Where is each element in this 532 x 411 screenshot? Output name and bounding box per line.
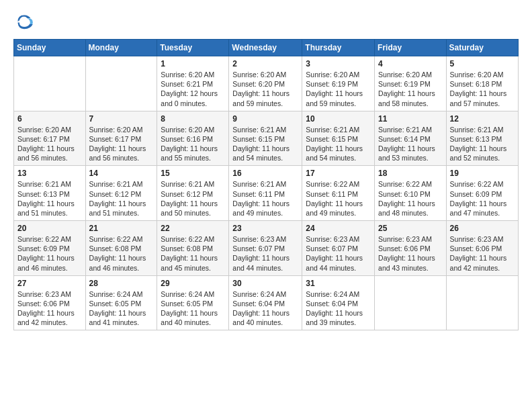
day-number: 4: [378, 59, 443, 68]
day-info: Sunrise: 6:23 AMSunset: 6:07 PMDaylight:…: [232, 234, 298, 273]
logo-icon: [13, 11, 35, 32]
logo: [13, 11, 38, 32]
day-number: 12: [450, 114, 515, 124]
column-header-tuesday: Tuesday: [157, 40, 229, 56]
day-number: 20: [17, 224, 82, 233]
day-info: Sunrise: 6:21 AMSunset: 6:12 PMDaylight:…: [161, 179, 225, 218]
day-number: 28: [89, 279, 154, 288]
day-number: 11: [378, 114, 443, 124]
day-info: Sunrise: 6:21 AMSunset: 6:15 PMDaylight:…: [306, 125, 371, 163]
day-info: Sunrise: 6:21 AMSunset: 6:14 PMDaylight:…: [378, 125, 443, 163]
column-header-thursday: Thursday: [302, 40, 375, 56]
calendar-cell: 22Sunrise: 6:22 AMSunset: 6:08 PMDayligh…: [157, 221, 229, 276]
day-number: 6: [17, 114, 82, 124]
day-number: 1: [161, 59, 225, 68]
calendar-cell: 7Sunrise: 6:20 AMSunset: 6:17 PMDaylight…: [85, 111, 157, 166]
day-number: 2: [232, 59, 298, 68]
calendar-header: SundayMondayTuesdayWednesdayThursdayFrid…: [14, 40, 519, 56]
day-info: Sunrise: 6:21 AMSunset: 6:12 PMDaylight:…: [89, 179, 154, 218]
day-info: Sunrise: 6:22 AMSunset: 6:09 PMDaylight:…: [17, 234, 82, 273]
calendar-body: 1Sunrise: 6:20 AMSunset: 6:21 PMDaylight…: [14, 56, 519, 330]
calendar-cell: 10Sunrise: 6:21 AMSunset: 6:15 PMDayligh…: [302, 111, 375, 166]
calendar-cell: 13Sunrise: 6:21 AMSunset: 6:13 PMDayligh…: [14, 166, 86, 221]
calendar-cell: 1Sunrise: 6:20 AMSunset: 6:21 PMDaylight…: [157, 56, 229, 111]
day-number: 25: [378, 224, 443, 233]
week-row-4: 20Sunrise: 6:22 AMSunset: 6:09 PMDayligh…: [14, 221, 519, 276]
day-info: Sunrise: 6:22 AMSunset: 6:08 PMDaylight:…: [89, 234, 154, 273]
header-row: SundayMondayTuesdayWednesdayThursdayFrid…: [14, 40, 519, 56]
day-number: 7: [89, 114, 154, 124]
calendar-cell: [14, 56, 86, 111]
calendar-cell: 27Sunrise: 6:23 AMSunset: 6:06 PMDayligh…: [14, 275, 86, 330]
day-info: Sunrise: 6:23 AMSunset: 6:06 PMDaylight:…: [17, 289, 82, 328]
day-number: 14: [89, 169, 154, 178]
day-info: Sunrise: 6:24 AMSunset: 6:04 PMDaylight:…: [232, 289, 298, 328]
calendar-cell: 5Sunrise: 6:20 AMSunset: 6:18 PMDaylight…: [446, 56, 518, 111]
day-number: 31: [306, 279, 371, 288]
calendar-cell: 24Sunrise: 6:23 AMSunset: 6:07 PMDayligh…: [302, 221, 375, 276]
day-info: Sunrise: 6:23 AMSunset: 6:06 PMDaylight:…: [450, 234, 515, 273]
calendar-cell: 6Sunrise: 6:20 AMSunset: 6:17 PMDaylight…: [14, 111, 86, 166]
day-info: Sunrise: 6:20 AMSunset: 6:18 PMDaylight:…: [450, 70, 515, 108]
day-info: Sunrise: 6:20 AMSunset: 6:16 PMDaylight:…: [161, 125, 225, 163]
day-number: 13: [17, 169, 82, 178]
day-info: Sunrise: 6:24 AMSunset: 6:05 PMDaylight:…: [161, 289, 225, 328]
day-number: 8: [161, 114, 225, 124]
day-number: 10: [306, 114, 371, 124]
calendar-table: SundayMondayTuesdayWednesdayThursdayFrid…: [13, 39, 519, 330]
day-info: Sunrise: 6:21 AMSunset: 6:13 PMDaylight:…: [450, 125, 515, 163]
calendar-cell: 21Sunrise: 6:22 AMSunset: 6:08 PMDayligh…: [85, 221, 157, 276]
calendar-cell: 3Sunrise: 6:20 AMSunset: 6:19 PMDaylight…: [302, 56, 375, 111]
day-info: Sunrise: 6:20 AMSunset: 6:17 PMDaylight:…: [89, 125, 154, 163]
column-header-saturday: Saturday: [446, 40, 518, 56]
day-number: 17: [306, 169, 371, 178]
calendar-cell: 12Sunrise: 6:21 AMSunset: 6:13 PMDayligh…: [446, 111, 518, 166]
day-info: Sunrise: 6:23 AMSunset: 6:07 PMDaylight:…: [306, 234, 371, 273]
calendar-cell: 14Sunrise: 6:21 AMSunset: 6:12 PMDayligh…: [85, 166, 157, 221]
day-number: 16: [232, 169, 298, 178]
week-row-3: 13Sunrise: 6:21 AMSunset: 6:13 PMDayligh…: [14, 166, 519, 221]
calendar-cell: 26Sunrise: 6:23 AMSunset: 6:06 PMDayligh…: [446, 221, 518, 276]
day-number: 18: [378, 169, 443, 178]
calendar-cell: 31Sunrise: 6:24 AMSunset: 6:04 PMDayligh…: [302, 275, 375, 330]
day-number: 15: [161, 169, 225, 178]
day-number: 29: [161, 279, 225, 288]
calendar-cell: 23Sunrise: 6:23 AMSunset: 6:07 PMDayligh…: [229, 221, 302, 276]
day-number: 26: [450, 224, 515, 233]
day-info: Sunrise: 6:20 AMSunset: 6:21 PMDaylight:…: [161, 70, 225, 108]
calendar-cell: 16Sunrise: 6:21 AMSunset: 6:11 PMDayligh…: [229, 166, 302, 221]
week-row-1: 1Sunrise: 6:20 AMSunset: 6:21 PMDaylight…: [14, 56, 519, 111]
day-info: Sunrise: 6:23 AMSunset: 6:06 PMDaylight:…: [378, 234, 443, 273]
day-number: 24: [306, 224, 371, 233]
day-number: 9: [232, 114, 298, 124]
calendar-cell: 8Sunrise: 6:20 AMSunset: 6:16 PMDaylight…: [157, 111, 229, 166]
day-info: Sunrise: 6:24 AMSunset: 6:04 PMDaylight:…: [306, 289, 371, 328]
calendar-cell: 18Sunrise: 6:22 AMSunset: 6:10 PMDayligh…: [375, 166, 447, 221]
calendar-cell: 9Sunrise: 6:21 AMSunset: 6:15 PMDaylight…: [229, 111, 302, 166]
day-number: 3: [306, 59, 371, 68]
column-header-monday: Monday: [85, 40, 157, 56]
day-info: Sunrise: 6:22 AMSunset: 6:09 PMDaylight:…: [450, 179, 515, 218]
day-info: Sunrise: 6:21 AMSunset: 6:15 PMDaylight:…: [232, 125, 298, 163]
calendar-cell: [85, 56, 157, 111]
day-number: 5: [450, 59, 515, 68]
column-header-friday: Friday: [375, 40, 447, 56]
page: SundayMondayTuesdayWednesdayThursdayFrid…: [0, 0, 532, 411]
calendar-cell: 29Sunrise: 6:24 AMSunset: 6:05 PMDayligh…: [157, 275, 229, 330]
calendar-cell: 19Sunrise: 6:22 AMSunset: 6:09 PMDayligh…: [446, 166, 518, 221]
column-header-sunday: Sunday: [14, 40, 86, 56]
day-number: 22: [161, 224, 225, 233]
calendar-cell: 25Sunrise: 6:23 AMSunset: 6:06 PMDayligh…: [375, 221, 447, 276]
day-info: Sunrise: 6:21 AMSunset: 6:13 PMDaylight:…: [17, 179, 82, 218]
day-info: Sunrise: 6:21 AMSunset: 6:11 PMDaylight:…: [232, 179, 298, 218]
week-row-5: 27Sunrise: 6:23 AMSunset: 6:06 PMDayligh…: [14, 275, 519, 330]
header: [13, 11, 519, 32]
calendar-cell: 15Sunrise: 6:21 AMSunset: 6:12 PMDayligh…: [157, 166, 229, 221]
week-row-2: 6Sunrise: 6:20 AMSunset: 6:17 PMDaylight…: [14, 111, 519, 166]
day-info: Sunrise: 6:20 AMSunset: 6:19 PMDaylight:…: [306, 70, 371, 108]
column-header-wednesday: Wednesday: [229, 40, 302, 56]
calendar-cell: 2Sunrise: 6:20 AMSunset: 6:20 PMDaylight…: [229, 56, 302, 111]
day-info: Sunrise: 6:22 AMSunset: 6:10 PMDaylight:…: [378, 179, 443, 218]
day-info: Sunrise: 6:20 AMSunset: 6:19 PMDaylight:…: [378, 70, 443, 108]
day-info: Sunrise: 6:24 AMSunset: 6:05 PMDaylight:…: [89, 289, 154, 328]
